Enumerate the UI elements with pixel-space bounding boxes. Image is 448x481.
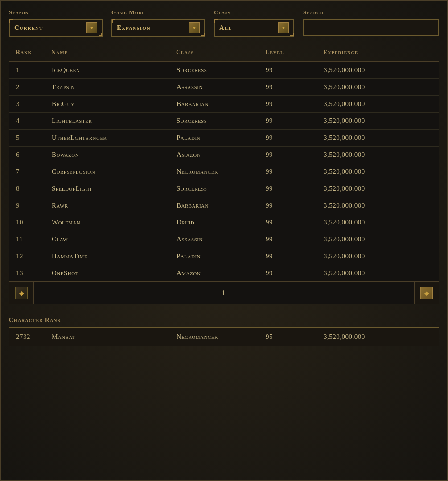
char-rank-value: 2732	[16, 333, 52, 341]
row-class: Sorceress	[177, 185, 266, 192]
table-row[interactable]: 8 SpeedofLight Sorceress 99 3,520,000,00…	[9, 180, 439, 197]
row-class: Amazon	[177, 151, 266, 159]
col-class: Class	[176, 49, 265, 56]
row-rank: 2	[16, 83, 52, 91]
main-container: Season Current ▼ Game Mode Expansion ▼ C…	[0, 0, 448, 481]
character-rank-row[interactable]: 2732 Manbat Necromancer 95 3,520,000,000	[9, 327, 439, 346]
table-row[interactable]: 9 Rawr Barbarian 99 3,520,000,000	[9, 197, 439, 214]
next-page-button[interactable]: ◆	[414, 282, 439, 304]
row-name: Wolfman	[52, 219, 177, 226]
row-class: Barbarian	[177, 100, 266, 108]
table-row[interactable]: 5 UtherLghtbrnger Paladin 99 3,520,000,0…	[9, 130, 439, 147]
row-rank: 5	[16, 134, 52, 142]
row-class: Sorceress	[177, 66, 266, 74]
row-experience: 3,520,000,000	[324, 83, 432, 91]
row-name: Rawr	[52, 202, 177, 209]
row-level: 99	[266, 219, 324, 226]
row-class: Assassin	[177, 236, 266, 243]
char-rank-name: Manbat	[52, 333, 177, 341]
char-rank-experience: 3,520,000,000	[324, 333, 432, 341]
row-class: Druid	[177, 219, 266, 226]
table-row[interactable]: 10 Wolfman Druid 99 3,520,000,000	[9, 214, 439, 231]
char-rank-class: Necromancer	[177, 333, 266, 341]
row-rank: 11	[16, 236, 52, 243]
game-mode-dropdown[interactable]: Expansion ▼	[111, 19, 205, 37]
row-experience: 3,520,000,000	[324, 151, 432, 159]
row-level: 99	[266, 202, 324, 209]
row-rank: 13	[16, 269, 52, 277]
row-level: 99	[266, 185, 324, 192]
page-number: 1	[222, 289, 226, 297]
pagination-bar: ◆ 1 ◆	[9, 282, 439, 304]
character-rank-label: Character Rank	[9, 317, 439, 324]
row-rank: 4	[16, 117, 52, 125]
row-level: 99	[266, 253, 324, 260]
search-group: Search	[303, 9, 439, 36]
row-rank: 3	[16, 100, 52, 108]
col-level: Level	[265, 49, 323, 56]
row-name: OneShot	[52, 269, 177, 277]
table-row[interactable]: 4 Lightblaster Sorceress 99 3,520,000,00…	[9, 113, 439, 130]
search-input[interactable]	[303, 19, 439, 36]
prev-page-button[interactable]: ◆	[9, 282, 34, 304]
table-row[interactable]: 11 Claw Assassin 99 3,520,000,000	[9, 231, 439, 248]
table-row[interactable]: 12 HammaTime Paladin 99 3,520,000,000	[9, 248, 439, 265]
class-filter-group: Class All ▼	[214, 9, 294, 37]
filter-bar: Season Current ▼ Game Mode Expansion ▼ C…	[9, 9, 439, 37]
season-dropdown[interactable]: Current ▼	[9, 19, 103, 37]
row-level: 99	[266, 117, 324, 125]
row-name: Corpseplosion	[52, 168, 177, 175]
row-rank: 10	[16, 219, 52, 226]
table-row[interactable]: 2 Trapsin Assassin 99 3,520,000,000	[9, 79, 439, 96]
class-dropdown[interactable]: All ▼	[214, 19, 294, 37]
row-experience: 3,520,000,000	[324, 66, 432, 74]
col-name: Name	[51, 49, 176, 56]
game-mode-label: Game Mode	[111, 9, 205, 16]
row-name: BigGuy	[52, 100, 177, 108]
row-experience: 3,520,000,000	[324, 185, 432, 192]
table-row[interactable]: 6 Bowazon Amazon 99 3,520,000,000	[9, 147, 439, 163]
row-rank: 7	[16, 168, 52, 175]
season-arrow-icon: ▼	[86, 22, 97, 33]
row-experience: 3,520,000,000	[324, 219, 432, 226]
game-mode-value: Expansion	[117, 24, 185, 32]
row-experience: 3,520,000,000	[324, 269, 432, 277]
row-experience: 3,520,000,000	[324, 236, 432, 243]
row-rank: 9	[16, 202, 52, 209]
table-row[interactable]: 1 IceQueen Sorceress 99 3,520,000,000	[9, 62, 439, 79]
table-row[interactable]: 7 Corpseplosion Necromancer 99 3,520,000…	[9, 163, 439, 180]
game-mode-filter-group: Game Mode Expansion ▼	[111, 9, 205, 37]
row-class: Necromancer	[177, 168, 266, 175]
row-level: 99	[266, 269, 324, 277]
row-experience: 3,520,000,000	[324, 253, 432, 260]
class-arrow-icon: ▼	[278, 22, 289, 33]
class-filter-label: Class	[214, 9, 294, 16]
col-experience: Experience	[323, 49, 432, 56]
row-level: 99	[266, 66, 324, 74]
season-filter-group: Season Current ▼	[9, 9, 103, 37]
row-level: 99	[266, 83, 324, 91]
table-row[interactable]: 3 BigGuy Barbarian 99 3,520,000,000	[9, 96, 439, 113]
row-name: UtherLghtbrnger	[52, 134, 177, 142]
row-name: IceQueen	[52, 66, 177, 74]
row-class: Sorceress	[177, 117, 266, 125]
row-level: 99	[266, 100, 324, 108]
search-label: Search	[303, 9, 439, 16]
next-arrow-icon: ◆	[420, 287, 433, 299]
row-experience: 3,520,000,000	[324, 134, 432, 142]
table-row[interactable]: 13 OneShot Amazon 99 3,520,000,000	[9, 265, 439, 281]
row-rank: 8	[16, 185, 52, 192]
row-level: 99	[266, 168, 324, 175]
row-level: 99	[266, 151, 324, 159]
row-name: Trapsin	[52, 83, 177, 91]
row-class: Paladin	[177, 253, 266, 260]
class-value: All	[219, 24, 275, 32]
row-experience: 3,520,000,000	[324, 168, 432, 175]
row-class: Assassin	[177, 83, 266, 91]
row-name: HammaTime	[52, 253, 177, 260]
row-class: Paladin	[177, 134, 266, 142]
col-rank: Rank	[16, 49, 51, 56]
row-class: Amazon	[177, 269, 266, 277]
row-experience: 3,520,000,000	[324, 117, 432, 125]
row-experience: 3,520,000,000	[324, 100, 432, 108]
